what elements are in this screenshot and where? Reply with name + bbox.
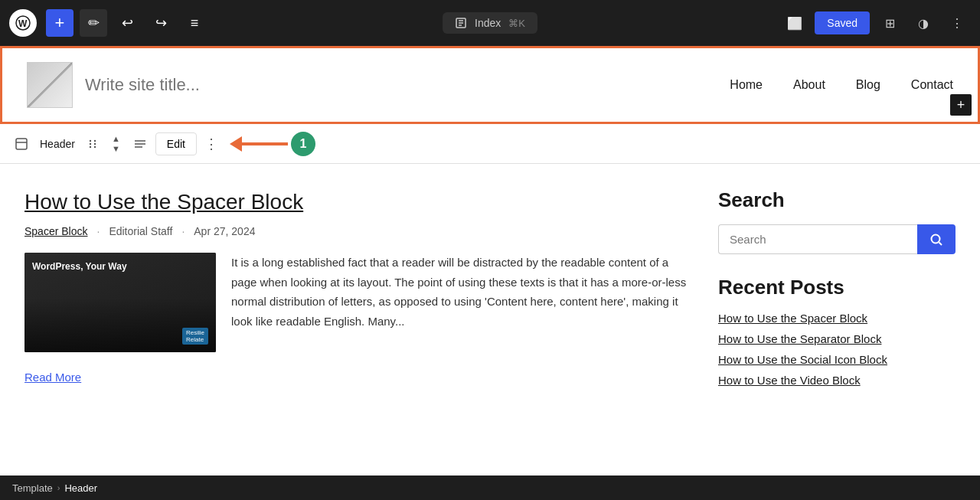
svg-text:W: W bbox=[18, 18, 28, 29]
more-options-button[interactable]: ⋮ bbox=[943, 9, 971, 37]
article-area: How to Use the Spacer Block Spacer Block… bbox=[24, 188, 688, 490]
site-nav: Home About Blog Contact bbox=[730, 78, 953, 92]
svg-point-10 bbox=[90, 145, 91, 147]
recent-post-3[interactable]: How to Use the Social Icon Block bbox=[718, 353, 956, 366]
saved-button[interactable]: Saved bbox=[815, 11, 870, 34]
article-body: WordPress, Your Way ResilieRelate It is … bbox=[24, 253, 688, 352]
article-meta: Spacer Block · Editorial Staff · Apr 27,… bbox=[24, 225, 688, 237]
svg-point-11 bbox=[94, 139, 96, 141]
svg-rect-6 bbox=[16, 139, 27, 149]
article-text: It is a long established fact that a rea… bbox=[231, 253, 688, 352]
article-title: How to Use the Spacer Block bbox=[24, 188, 688, 216]
recent-posts-heading: Recent Posts bbox=[718, 276, 956, 299]
site-preview: Home About Blog Contact + bbox=[0, 46, 980, 124]
block-toolbar-left: Header ▲ ▼ Edit ⋮ bbox=[9, 129, 223, 158]
more-block-options-button[interactable]: ⋮ bbox=[200, 131, 223, 157]
recent-post-2[interactable]: How to Use the Separator Block bbox=[718, 332, 956, 345]
breadcrumb-template[interactable]: Template bbox=[12, 482, 53, 494]
svg-point-9 bbox=[90, 142, 91, 144]
search-section: Search bbox=[718, 188, 956, 254]
breadcrumb-separator: › bbox=[57, 483, 60, 492]
nav-blog[interactable]: Blog bbox=[856, 78, 880, 92]
breadcrumb-current: Header bbox=[64, 482, 97, 494]
nav-contact[interactable]: Contact bbox=[911, 78, 953, 92]
svg-point-13 bbox=[94, 145, 96, 147]
add-block-button[interactable]: + bbox=[46, 9, 74, 37]
redo-button[interactable]: ↪ bbox=[147, 9, 175, 37]
theme-toggle-button[interactable]: ◑ bbox=[910, 9, 937, 37]
meta-separator-1: · bbox=[96, 225, 100, 237]
index-shortcut: ⌘K bbox=[508, 18, 525, 29]
block-name-label: Header bbox=[37, 138, 78, 150]
thumbnail-text: WordPress, Your Way bbox=[32, 261, 127, 272]
site-title-input[interactable] bbox=[85, 75, 296, 95]
article-thumbnail: WordPress, Your Way ResilieRelate bbox=[24, 253, 216, 352]
recent-posts-section: Recent Posts How to Use the Spacer Block… bbox=[718, 276, 956, 387]
site-header: Home About Blog Contact bbox=[2, 48, 978, 122]
drag-handle-button[interactable] bbox=[81, 132, 104, 155]
main-content: How to Use the Spacer Block Spacer Block… bbox=[0, 164, 980, 490]
nav-about[interactable]: About bbox=[793, 78, 825, 92]
add-block-plus-button[interactable]: + bbox=[950, 94, 972, 116]
index-label: Index bbox=[475, 17, 501, 29]
arrow-body bbox=[242, 142, 288, 145]
wp-logo[interactable]: W bbox=[9, 9, 37, 37]
search-row bbox=[718, 224, 956, 254]
preview-button[interactable]: ⬜ bbox=[781, 9, 808, 37]
align-button[interactable] bbox=[128, 132, 152, 156]
layout-toggle-button[interactable]: ⊞ bbox=[876, 9, 903, 37]
badge-1: 1 bbox=[291, 132, 315, 156]
toolbar-right: ⬜ Saved ⊞ ◑ ⋮ bbox=[781, 9, 971, 37]
list-view-button[interactable]: ≡ bbox=[181, 9, 208, 37]
thumb-label: ResilieRelate bbox=[182, 328, 208, 345]
article-category[interactable]: Spacer Block bbox=[24, 225, 87, 237]
search-button[interactable] bbox=[917, 224, 956, 254]
meta-separator-2: · bbox=[181, 225, 185, 237]
block-toolbar: Header ▲ ▼ Edit ⋮ 1 bbox=[0, 124, 980, 164]
undo-button[interactable]: ↩ bbox=[113, 9, 141, 37]
search-input[interactable] bbox=[718, 224, 917, 254]
recent-post-4[interactable]: How to Use the Video Block bbox=[718, 374, 956, 387]
svg-point-17 bbox=[932, 234, 940, 243]
breadcrumb: Template › Header bbox=[0, 475, 980, 500]
arrow-annotation: 1 bbox=[230, 132, 315, 156]
block-icon-button[interactable] bbox=[9, 132, 34, 156]
recent-post-1[interactable]: How to Use the Spacer Block bbox=[718, 312, 956, 325]
read-more-link[interactable]: Read More bbox=[24, 371, 81, 384]
nav-home[interactable]: Home bbox=[730, 78, 763, 92]
article-author: Editorial Staff bbox=[109, 225, 172, 237]
arrow-head-icon bbox=[230, 136, 242, 152]
sidebar: Search Recent Posts How to Use the Space… bbox=[718, 188, 956, 490]
svg-line-18 bbox=[939, 242, 942, 245]
edit-pen-button[interactable]: ✏ bbox=[80, 9, 107, 37]
svg-point-8 bbox=[90, 139, 91, 141]
svg-point-12 bbox=[94, 142, 96, 144]
search-heading: Search bbox=[718, 188, 956, 212]
top-toolbar: W + ✏ ↩ ↪ ≡ Index ⌘K ⬜ Saved ⊞ ◑ ⋮ bbox=[0, 0, 980, 46]
index-pill[interactable]: Index ⌘K bbox=[443, 12, 537, 34]
site-logo bbox=[27, 62, 73, 108]
move-up-down-button[interactable]: ▲ ▼ bbox=[107, 129, 125, 158]
edit-button[interactable]: Edit bbox=[155, 132, 197, 155]
article-date: Apr 27, 2024 bbox=[194, 225, 255, 237]
